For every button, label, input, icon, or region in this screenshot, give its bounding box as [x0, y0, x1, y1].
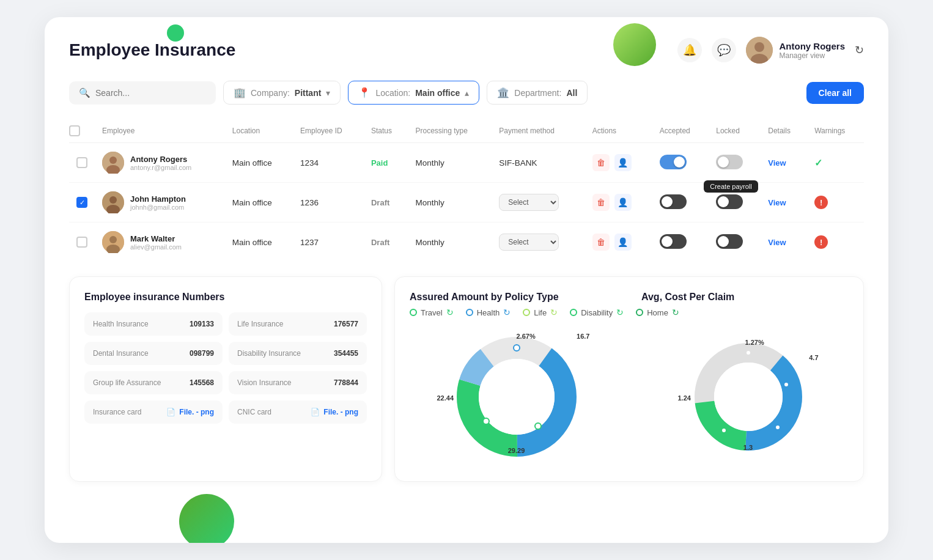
locked-toggle-2[interactable] [716, 194, 743, 209]
avg-cost-section: Avg, Cost Per Claim [641, 292, 849, 308]
col-locked: Locked [709, 119, 761, 143]
delete-button[interactable]: 🗑 [592, 234, 610, 251]
ins-label: CNIC card [237, 408, 271, 416]
employee-info: Antony Rogers antony.r@gmail.com [130, 155, 191, 171]
svg-point-18 [535, 423, 541, 429]
delete-button[interactable]: 🗑 [592, 194, 610, 211]
warning-check-icon: ✓ [814, 158, 822, 168]
employee-id: 1237 [293, 223, 364, 262]
col-employee: Employee [95, 119, 225, 143]
svg-point-4 [109, 157, 117, 164]
col-location: Location [225, 119, 293, 143]
insurance-item-disability: Disability Insurance 354455 [229, 342, 367, 365]
page-title: Employee Insurance [69, 40, 235, 60]
locked-toggle-1[interactable] [716, 155, 743, 169]
row-checkbox-1[interactable] [76, 157, 87, 168]
search-input[interactable] [95, 88, 206, 98]
ins-label: Disability Insurance [237, 349, 301, 358]
processing-type: Monthly [408, 183, 492, 223]
accepted-toggle-1[interactable] [660, 155, 687, 169]
filters-bar: 🔍 🏢 Company: Pittant ▾ 📍 Location: Main … [69, 81, 864, 105]
notification-icon: 🔔 [683, 43, 696, 57]
col-payment: Payment method [492, 119, 585, 143]
legend-label-health: Health [477, 308, 500, 317]
notification-button[interactable]: 🔔 [677, 38, 702, 62]
file-icon: 📄 [311, 408, 320, 416]
insurance-card-link[interactable]: 📄 File. - png [166, 408, 214, 416]
ins-label: Health Insurance [93, 320, 149, 328]
user-name: Antony Rogers [779, 41, 845, 51]
refresh-icon-travel: ↻ [446, 308, 454, 317]
status-badge: Draft [371, 238, 389, 247]
location-filter[interactable]: 📍 Location: Main office ▴ [348, 81, 479, 105]
select-all-checkbox[interactable] [69, 125, 80, 136]
ins-label: Life Insurance [237, 320, 283, 328]
view-details-link-1[interactable]: View [768, 158, 786, 168]
employee-name: John Hampton [130, 194, 186, 204]
accepted-toggle-3[interactable] [660, 234, 687, 249]
row-checkbox-3[interactable] [76, 237, 87, 248]
chart-label-167: 16.7 [577, 333, 589, 340]
avatar [102, 191, 124, 213]
decorative-blob-top-left [167, 24, 184, 42]
company-filter[interactable]: 🏢 Company: Pittant ▾ [223, 81, 341, 105]
header: Employee Insurance 🔔 💬 Antony Rogers [69, 37, 864, 64]
locked-toggle-3[interactable] [716, 234, 743, 249]
edit-user-button[interactable]: 👤 [614, 234, 632, 251]
employee-name: Mark Walter [130, 234, 182, 243]
user-role: Manager view [779, 51, 845, 60]
legend-label-home: Home [647, 308, 668, 317]
insurance-item-dental: Dental Insurance 098799 [84, 342, 223, 365]
refresh-button[interactable]: ↻ [855, 43, 864, 57]
row-checkbox-2[interactable] [76, 197, 87, 208]
employee-cell: John Hampton johnh@gmail.com [102, 191, 218, 213]
employee-location: Main office [225, 143, 293, 183]
payment-select-3[interactable]: Select SIF-BANK [499, 234, 559, 251]
legend-dot-life [523, 309, 530, 316]
company-label: Company: [251, 88, 290, 98]
action-icons: 🗑 👤 [592, 154, 645, 171]
svg-point-27 [775, 425, 780, 430]
legend-label-disability: Disability [581, 308, 613, 317]
employees-table: Employee Location Employee ID Status Pro… [69, 119, 864, 262]
app-container: Employee Insurance 🔔 💬 Antony Rogers [45, 17, 888, 543]
chart-label-267: 2.67% [517, 333, 536, 340]
employee-location: Main office [225, 183, 293, 223]
svg-point-1 [754, 42, 764, 52]
clear-all-button[interactable]: Clear all [806, 82, 864, 104]
ins-value: 109133 [190, 320, 214, 328]
refresh-icon-home: ↻ [672, 308, 679, 317]
charts-panel: Assured Amount by Policy Type Avg, Cost … [394, 276, 864, 482]
view-details-link-2[interactable]: View [768, 198, 786, 207]
edit-user-button[interactable]: 👤 [614, 154, 632, 171]
chat-button[interactable]: 💬 [712, 38, 736, 62]
chart-label-2244: 22.44 [437, 394, 454, 402]
legend-life: Life ↻ [523, 308, 558, 317]
chat-icon: 💬 [717, 43, 731, 57]
refresh-icon-disability: ↻ [616, 308, 624, 317]
employees-table-wrapper: Employee Location Employee ID Status Pro… [69, 119, 864, 262]
employee-id: 1236 [293, 183, 364, 223]
chevron-down-icon: ▾ [326, 88, 330, 98]
insurance-item-vision: Vision Insurance 778844 [229, 371, 367, 394]
employee-cell: Antony Rogers antony.r@gmail.com [102, 152, 218, 174]
processing-type: Monthly [408, 223, 492, 262]
edit-user-button[interactable]: 👤 [614, 194, 632, 211]
search-icon: 🔍 [79, 87, 90, 98]
accepted-toggle-2[interactable] [660, 194, 687, 209]
department-filter[interactable]: 🏛️ Department: All [487, 81, 588, 105]
employee-name: Antony Rogers [130, 155, 191, 164]
chevron-up-icon: ▴ [465, 88, 469, 98]
legend-health: Health ↻ [466, 308, 511, 317]
ins-label: Group life Assurance [93, 378, 161, 387]
delete-button[interactable]: 🗑 [592, 154, 610, 171]
legend-disability: Disability ↻ [570, 308, 624, 317]
cnic-card-link[interactable]: 📄 File. - png [311, 408, 358, 416]
view-details-link-3[interactable]: View [768, 238, 786, 247]
status-badge: Draft [371, 198, 389, 207]
employee-info: Mark Walter aliev@gmail.com [130, 234, 182, 251]
user-info: Antony Rogers Manager view [746, 37, 845, 64]
payment-select-2[interactable]: Select SIF-BANK [499, 194, 559, 211]
assured-donut-chart [449, 330, 584, 464]
avg-cost-chart-container: 1.27% 4.7 1.3 1.24 [687, 336, 809, 460]
